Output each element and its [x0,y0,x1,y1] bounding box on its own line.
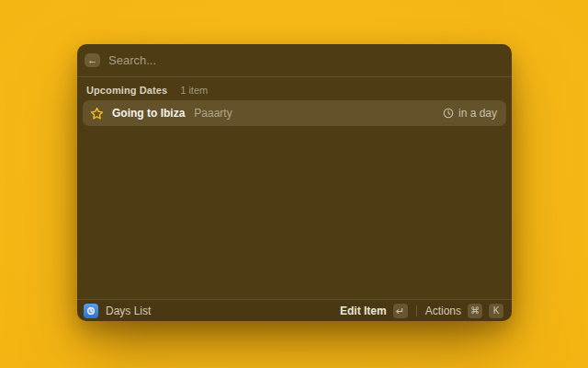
footer-bar: Days List Edit Item ↵ Actions ⌘ K [77,299,512,321]
footer-actions-divider [416,305,417,316]
item-accessory-text: in a day [458,107,497,120]
footer-app-name: Days List [106,305,151,317]
star-icon [90,107,104,121]
search-bar: ← [77,44,512,77]
section-title: Upcoming Dates [86,85,167,96]
actions-button[interactable]: Actions [425,305,461,317]
item-accessory: in a day [443,107,497,120]
item-title: Going to Ibiza [112,107,185,120]
desktop-background: ← Upcoming Dates 1 item Going to Ibiza P… [0,0,588,368]
search-input[interactable] [108,53,503,67]
days-list-app-icon [84,304,98,318]
launcher-window: ← Upcoming Dates 1 item Going to Ibiza P… [77,44,512,321]
clock-icon [443,108,454,119]
footer-actions: Edit Item ↵ Actions ⌘ K [340,304,503,318]
results-list: Upcoming Dates 1 item Going to Ibiza Paa… [77,77,512,299]
edit-item-button[interactable]: Edit Item [340,305,387,317]
footer-app[interactable]: Days List [84,304,151,318]
item-subtitle: Paaarty [194,107,232,120]
back-button[interactable]: ← [85,53,100,67]
list-item-going-to-ibiza[interactable]: Going to Ibiza Paaarty in a day [83,100,506,126]
return-key-icon[interactable]: ↵ [393,304,408,318]
section-header: Upcoming Dates 1 item [83,81,506,100]
k-key[interactable]: K [489,304,503,318]
command-key-icon[interactable]: ⌘ [468,304,482,318]
section-item-count: 1 item [180,85,208,96]
back-arrow-icon: ← [87,53,97,67]
